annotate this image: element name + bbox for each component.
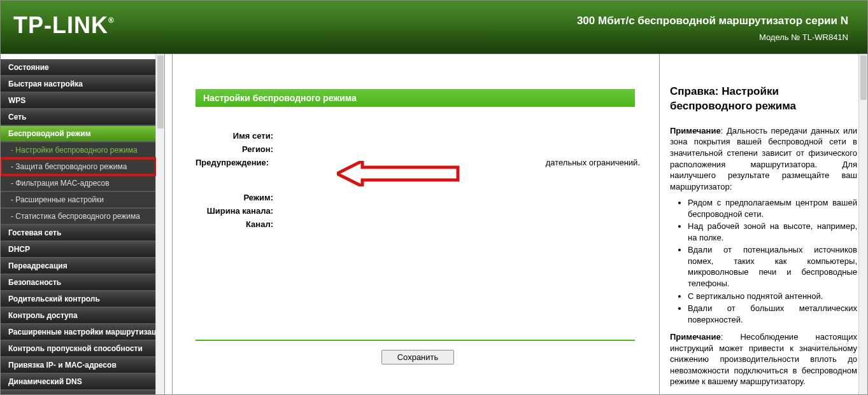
help-note2: Примечание: Несоблюдение настоящих инстр… — [670, 331, 857, 387]
help-bullet-list: Рядом с предполагаемым центром вашей бес… — [670, 197, 857, 325]
submenu-item-5[interactable]: - Настройки беспроводного режима — [1, 142, 156, 158]
help-bullet-4: Вдали от больших металлических поверхнос… — [688, 303, 857, 325]
label-width: Ширина канала: — [196, 206, 278, 216]
help-bullet-1: Над рабочей зоной на высоте, например, н… — [688, 221, 857, 243]
menu-item-15[interactable]: Контроль доступа — [1, 307, 156, 324]
menu-item-4[interactable]: Беспроводной режим — [1, 125, 156, 142]
help-ssid: Имя беспроводной сети (SSID) - Введите з… — [670, 392, 857, 394]
main-content: Настройки беспроводного режима Имя сети:… — [173, 54, 660, 394]
header-bar: TP-LINK® 300 Мбит/с беспроводной маршрут… — [1, 1, 867, 54]
menu-item-10[interactable]: Гостевая сеть — [1, 225, 156, 241]
menu-item-12[interactable]: Переадресация — [1, 258, 156, 274]
row-channel: Канал: — [196, 219, 640, 229]
menu-item-2[interactable]: WPS — [1, 92, 156, 109]
menu-item-1[interactable]: Быстрая настройка — [1, 76, 156, 92]
menu-item-20[interactable]: Поддержка IPv6 — [1, 390, 156, 394]
sidebar-scrollbar[interactable] — [155, 54, 164, 394]
sidebar: СостояниеБыстрая настройкаWPSСетьБеспров… — [1, 54, 165, 394]
header-title: 300 Мбит/с беспроводной маршрутизатор се… — [577, 15, 848, 27]
pane-divider — [165, 54, 173, 394]
label-channel: Канал: — [196, 219, 278, 229]
warning-text: дательных ограничений. — [274, 158, 640, 167]
menu-item-11[interactable]: DHCP — [1, 241, 156, 258]
help-note1: Примечание: Дальность передачи данных ил… — [670, 125, 857, 192]
row-mode: Режим: — [196, 193, 640, 202]
menu-item-14[interactable]: Родительский контроль — [1, 291, 156, 307]
submenu-item-9[interactable]: - Статистика беспроводного режима — [1, 208, 156, 225]
menu-item-0[interactable]: Состояние — [1, 59, 156, 76]
help-scrollbar[interactable] — [858, 54, 867, 394]
row-warning: Предупреждение: дательных ограничений. — [196, 158, 640, 167]
help-bullet-0: Рядом с предполагаемым центром вашей бес… — [688, 197, 857, 219]
help-title: Справка: Настройки беспроводного режима — [670, 85, 857, 114]
label-ssid: Имя сети: — [196, 131, 278, 141]
help-bullet-2: Вдали от потенциальных источников помех,… — [688, 244, 857, 289]
label-mode: Режим: — [196, 193, 278, 202]
row-region: Регион: — [196, 144, 640, 154]
brand-logo: TP-LINK® — [13, 12, 115, 39]
section-title: Настройки беспроводного режима — [196, 89, 635, 107]
menu-item-16[interactable]: Расширенные настройки маршрутизации — [1, 324, 156, 340]
submenu-item-7[interactable]: - Фильтрация MAC-адресов — [1, 175, 156, 191]
row-ssid: Имя сети: — [196, 131, 640, 141]
help-bullet-3: С вертикально поднятой антенной. — [688, 291, 857, 302]
menu-item-17[interactable]: Контроль пропускной способности — [1, 340, 156, 357]
label-region: Регион: — [196, 144, 278, 154]
menu-item-13[interactable]: Безопасность — [1, 274, 156, 291]
help-panel: Справка: Настройки беспроводного режима … — [660, 54, 867, 394]
submenu-item-6[interactable]: - Защита беспроводного режима — [1, 158, 156, 175]
save-button[interactable]: Сохранить — [381, 350, 455, 364]
label-warning: Предупреждение: — [196, 158, 274, 167]
submenu-item-8[interactable]: - Расширенные настройки — [1, 191, 156, 208]
header-model: Модель № TL-WR841N — [759, 32, 848, 42]
row-width: Ширина канала: — [196, 206, 640, 216]
menu-item-3[interactable]: Сеть — [1, 109, 156, 125]
menu-item-19[interactable]: Динамический DNS — [1, 373, 156, 390]
layout: СостояниеБыстрая настройкаWPSСетьБеспров… — [1, 54, 867, 394]
menu-item-18[interactable]: Привязка IP- и MAC-адресов — [1, 357, 156, 373]
section-divider — [196, 340, 635, 341]
